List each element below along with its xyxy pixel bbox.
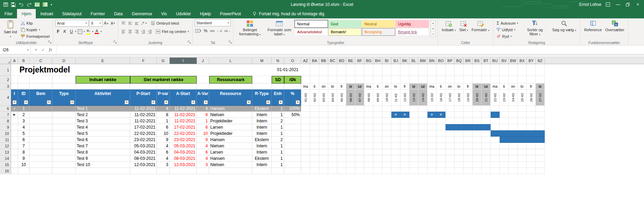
cell-F16[interactable] [130, 168, 157, 174]
cell-BX10[interactable] [518, 130, 527, 137]
cell-BE13[interactable] [346, 149, 355, 155]
cell-BL6[interactable] [409, 106, 418, 112]
cell-BR10[interactable] [464, 130, 473, 137]
gallery-up-button[interactable]: ▲ [431, 20, 435, 26]
column-header-I[interactable]: I [170, 58, 197, 64]
cell-BD10[interactable] [337, 130, 346, 137]
cell-BE6[interactable] [346, 106, 355, 112]
cell-BY1[interactable] [527, 64, 536, 76]
tab-hjælp[interactable]: Hjælp [195, 9, 215, 18]
column-header-BS[interactable]: BS [473, 58, 482, 64]
cell-BU2[interactable] [491, 76, 500, 84]
cell-N13[interactable]: 1 [272, 149, 284, 155]
cell-BY2[interactable] [527, 76, 536, 84]
cell-BG10[interactable] [364, 130, 373, 137]
cell-BX16[interactable] [518, 168, 527, 174]
button-ressourceark[interactable]: Ressourceark [209, 76, 252, 84]
decrease-decimal-button[interactable]: .00→ [223, 27, 231, 34]
cell-BN11[interactable] [427, 137, 437, 143]
cell-A14[interactable] [11, 155, 18, 162]
cell-BH14[interactable] [373, 155, 382, 162]
cell-BO11[interactable] [437, 137, 446, 143]
cell-BZ16[interactable] [536, 168, 545, 174]
cell-BB15[interactable] [319, 162, 328, 168]
cell-N9[interactable]: 1 [272, 124, 284, 130]
cell-J9[interactable]: 6 [197, 124, 209, 130]
table-header-L[interactable]: Ressource▼ [209, 89, 252, 106]
cell-BQ16[interactable] [455, 168, 464, 174]
cell-BD9[interactable] [337, 124, 346, 130]
cell-BT8[interactable] [482, 118, 491, 124]
cell-N15[interactable]: 1 [272, 162, 284, 168]
date-cell-BP[interactable]: 17-02 [446, 89, 455, 106]
cell-AZ10[interactable] [301, 130, 310, 137]
table-header-M[interactable]: R-Type▼ [252, 89, 272, 106]
cell-BM1[interactable] [418, 64, 427, 76]
tab-powerpivot[interactable]: PowerPivot [215, 9, 246, 18]
cell-BD12[interactable] [337, 143, 346, 149]
cell-L9[interactable]: Larsen [209, 124, 252, 130]
column-header-J[interactable]: J [197, 58, 209, 64]
cell-BJ16[interactable] [391, 168, 400, 174]
cell-BV12[interactable] [500, 143, 509, 149]
cell-BH7[interactable] [373, 112, 382, 118]
cell-BP6[interactable] [446, 106, 455, 112]
filter-dropdown-icon[interactable]: ▼ [164, 100, 168, 104]
cell-BU9[interactable] [491, 124, 500, 130]
cell-BN6[interactable] [427, 106, 437, 112]
cell-BS10[interactable] [473, 130, 482, 137]
weekday-cell-BX[interactable]: to [518, 84, 527, 89]
cell-I8[interactable]: 11-02-2021 [170, 118, 197, 124]
column-header-BE[interactable]: BE [346, 58, 355, 64]
cell-I10[interactable]: 22-02-2021 [170, 130, 197, 137]
align-left-button[interactable] [120, 28, 126, 35]
cell-C13[interactable] [29, 149, 52, 155]
cell-BY7[interactable] [527, 112, 536, 118]
cell-BN13[interactable] [427, 149, 437, 155]
cell-BT15[interactable] [482, 162, 491, 168]
cell-C14[interactable] [29, 155, 52, 162]
style-chip-ugyldig[interactable]: Ugyldig [396, 20, 429, 28]
tab-sidelayout[interactable]: Sidelayout [58, 9, 86, 18]
cell-BN14[interactable] [427, 155, 437, 162]
cell-F13[interactable]: 04-03-2021 [130, 149, 157, 155]
table-header-A[interactable]: I▼ [11, 89, 18, 106]
column-header-BZ[interactable]: BZ [536, 58, 545, 64]
cell-N8[interactable]: 2 [272, 118, 284, 124]
cell-BV11[interactable] [500, 137, 509, 143]
cell-G7[interactable]: 8 [157, 112, 170, 118]
cell-BO9[interactable] [437, 124, 446, 130]
cell-E3[interactable] [76, 84, 130, 89]
autosum-button[interactable]: Σ Autosum ▾ [495, 20, 519, 26]
cell-BZ15[interactable] [536, 162, 545, 168]
cell-BF1[interactable] [355, 64, 364, 76]
cell-BP15[interactable] [446, 162, 455, 168]
cell-BX8[interactable] [518, 118, 527, 124]
cell-BN10[interactable] [427, 130, 437, 137]
cell-O8[interactable] [284, 118, 301, 124]
cell-BK6[interactable] [400, 106, 409, 112]
cell-J16[interactable] [197, 168, 209, 174]
cell-BF7[interactable] [355, 112, 364, 118]
row-header-13[interactable]: 13 [0, 149, 11, 155]
cell-BZ13[interactable] [536, 149, 545, 155]
cell-C2[interactable] [29, 76, 52, 84]
cell-A12[interactable] [11, 143, 18, 149]
cell-BD8[interactable] [337, 118, 346, 124]
font-name-select[interactable]: Arial▾ [55, 20, 88, 27]
table-header-F[interactable]: P-Start▼ [130, 89, 157, 106]
cell-BB13[interactable] [319, 149, 328, 155]
cell-BR13[interactable] [464, 149, 473, 155]
cell-M15[interactable]: Intern [252, 162, 272, 168]
cell-L7[interactable]: Nielsen [209, 112, 252, 118]
cell-BW2[interactable] [509, 76, 518, 84]
column-header-O[interactable]: O [284, 58, 301, 64]
fill-color-button[interactable] [85, 28, 91, 35]
cell-BK14[interactable] [400, 155, 409, 162]
cell-BW10[interactable] [509, 130, 518, 137]
cell-C3[interactable] [29, 84, 52, 89]
cell-BJ1[interactable] [391, 64, 400, 76]
table-header-D[interactable]: Type▼ [52, 89, 76, 106]
cell-BI1[interactable] [382, 64, 391, 76]
column-header-D[interactable]: D [52, 58, 76, 64]
